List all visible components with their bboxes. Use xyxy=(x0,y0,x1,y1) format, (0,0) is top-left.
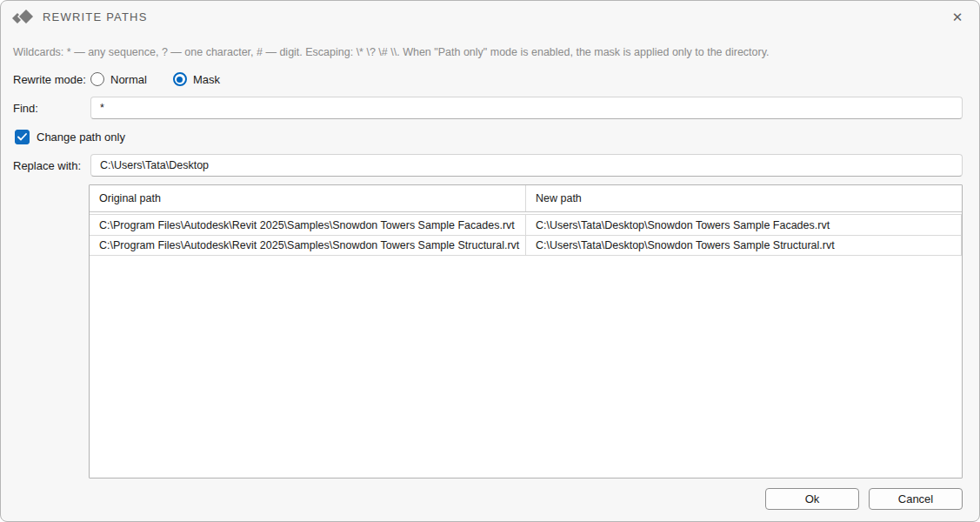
find-row: Find: xyxy=(13,97,963,119)
path-only-checkbox[interactable]: Change path only xyxy=(15,130,125,144)
column-header-new-path[interactable]: New path xyxy=(526,185,962,211)
ok-button[interactable]: Ok xyxy=(765,488,859,510)
title-bar: REWRITE PATHS xyxy=(1,1,979,32)
original-path-cell[interactable]: C:\Program Files\Autodesk\Revit 2025\Sam… xyxy=(90,215,526,235)
paths-table: Original path New path C:\Program Files\… xyxy=(89,184,963,478)
replace-label: Replace with: xyxy=(13,159,90,172)
replace-row: Replace with: xyxy=(13,154,963,177)
radio-mask-label: Mask xyxy=(193,73,220,86)
rewrite-paths-dialog: REWRITE PATHS ✕ Wildcards: * — any seque… xyxy=(0,0,980,522)
app-logo-icon xyxy=(11,7,35,26)
path-only-row: Change path only xyxy=(13,128,963,145)
wildcards-help-text: Wildcards: * — any sequence, ? — one cha… xyxy=(13,46,963,60)
page-title: REWRITE PATHS xyxy=(43,10,148,23)
radio-normal[interactable]: Normal xyxy=(90,72,147,86)
table-row[interactable]: C:\Program Files\Autodesk\Revit 2025\Sam… xyxy=(90,214,962,235)
new-path-cell[interactable]: C:\Users\Tata\Desktop\Snowdon Towers Sam… xyxy=(526,236,962,255)
radio-normal-circle-icon[interactable] xyxy=(90,72,104,86)
radio-mask[interactable]: Mask xyxy=(173,72,220,86)
find-label: Find: xyxy=(13,102,90,115)
table-header: Original path New path xyxy=(90,185,962,212)
close-icon[interactable]: ✕ xyxy=(946,7,969,28)
cancel-button[interactable]: Cancel xyxy=(869,488,963,510)
rewrite-mode-label: Rewrite mode: xyxy=(13,73,90,86)
table-row[interactable]: C:\Program Files\Autodesk\Revit 2025\Sam… xyxy=(90,235,962,256)
dialog-buttons: Ok Cancel xyxy=(1,488,963,510)
checkbox-checked-icon[interactable] xyxy=(15,130,30,144)
new-path-cell[interactable]: C:\Users\Tata\Desktop\Snowdon Towers Sam… xyxy=(526,215,962,235)
original-path-cell[interactable]: C:\Program Files\Autodesk\Revit 2025\Sam… xyxy=(90,236,526,255)
radio-mask-circle-icon[interactable] xyxy=(173,72,187,86)
column-header-original-path[interactable]: Original path xyxy=(90,185,526,211)
rewrite-mode-row: Rewrite mode: Normal Mask xyxy=(13,70,963,88)
find-input[interactable] xyxy=(90,97,963,119)
rewrite-mode-group: Normal Mask xyxy=(90,72,220,86)
replace-input[interactable] xyxy=(90,154,963,177)
radio-normal-label: Normal xyxy=(110,73,147,86)
path-only-label: Change path only xyxy=(37,130,125,144)
